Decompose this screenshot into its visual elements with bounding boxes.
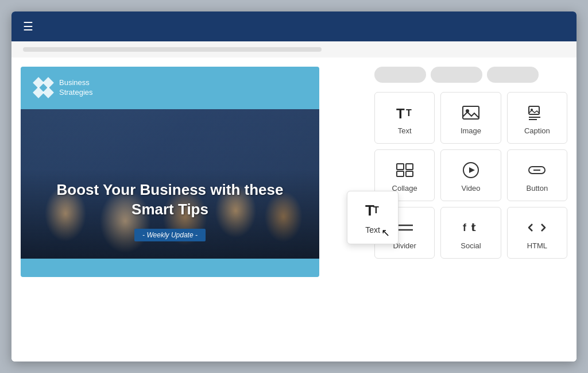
tool-text[interactable]: T T Text <box>374 92 435 144</box>
tool-video-label: Video <box>461 184 480 193</box>
svg-text:f: f <box>463 222 467 233</box>
svg-rect-12 <box>397 171 404 176</box>
tools-panel: T T Text Image <box>374 67 567 352</box>
tooltip-popup: T T Text ↖ <box>347 191 399 244</box>
logo-diamonds <box>34 79 52 97</box>
tooltip-label: Text <box>365 225 380 234</box>
email-header: Business Strategies <box>21 67 319 109</box>
email-text-overlay: Boost Your Business with these Smart Tip… <box>21 169 319 259</box>
tool-video[interactable]: Video <box>440 149 501 201</box>
text-icon: T T <box>396 103 414 122</box>
svg-text:T: T <box>373 205 379 215</box>
svg-rect-4 <box>463 106 479 119</box>
logo-company: Business <box>59 78 93 88</box>
cursor-arrow-icon: ↖ <box>381 226 390 239</box>
logo-tagline: Strategies <box>59 88 93 98</box>
logo-text: Business Strategies <box>59 78 93 98</box>
email-image-section: Boost Your Business with these Smart Tip… <box>21 109 319 259</box>
diamond-4 <box>42 87 54 98</box>
email-panel: Business Strategies Boost Your Business … <box>21 67 365 352</box>
tab-2[interactable] <box>431 67 482 83</box>
svg-rect-13 <box>406 171 413 176</box>
tool-social[interactable]: f 𝕥 t Social <box>440 207 501 259</box>
tool-image-label: Image <box>461 126 481 135</box>
tools-grid: T T Text Image <box>374 92 567 259</box>
email-headline: Boost Your Business with these Smart Tip… <box>38 180 302 220</box>
tab-1[interactable] <box>374 67 426 83</box>
email-badge: - Weekly Update - <box>134 229 206 241</box>
svg-rect-6 <box>529 106 539 114</box>
tool-button-label: Button <box>527 184 548 193</box>
hamburger-icon[interactable]: ☰ <box>23 20 33 33</box>
app-window: ☰ <box>11 11 577 362</box>
html-icon <box>528 218 546 237</box>
svg-rect-10 <box>397 164 404 170</box>
svg-text:T: T <box>406 108 412 118</box>
svg-text:t: t <box>471 222 475 233</box>
topbar: ☰ <box>11 11 577 41</box>
email-preview: Business Strategies Boost Your Business … <box>21 67 319 277</box>
main-content: Business Strategies Boost Your Business … <box>11 57 577 362</box>
tooltip-text-icon: T T <box>364 201 381 222</box>
image-icon <box>462 103 480 122</box>
svg-marker-15 <box>469 167 475 173</box>
video-icon <box>462 161 480 179</box>
collage-icon <box>396 161 414 179</box>
tool-button[interactable]: Button <box>507 149 567 201</box>
scrollbar-track[interactable] <box>23 47 322 52</box>
tool-html[interactable]: HTML <box>507 207 567 259</box>
social-icon: f 𝕥 t <box>462 218 480 237</box>
button-icon <box>528 161 546 179</box>
tool-text-label: Text <box>398 126 412 135</box>
tool-social-label: Social <box>461 241 481 250</box>
tools-tabs <box>374 67 567 83</box>
svg-rect-11 <box>406 164 413 170</box>
tool-html-label: HTML <box>527 241 547 250</box>
tool-caption-label: Caption <box>524 126 550 135</box>
email-footer <box>21 259 319 277</box>
scrollbar-area <box>11 41 577 57</box>
tool-image[interactable]: Image <box>440 92 501 144</box>
caption-icon <box>528 103 546 122</box>
tool-caption[interactable]: Caption <box>507 92 567 144</box>
svg-text:T: T <box>396 106 405 121</box>
tab-3[interactable] <box>487 67 539 83</box>
